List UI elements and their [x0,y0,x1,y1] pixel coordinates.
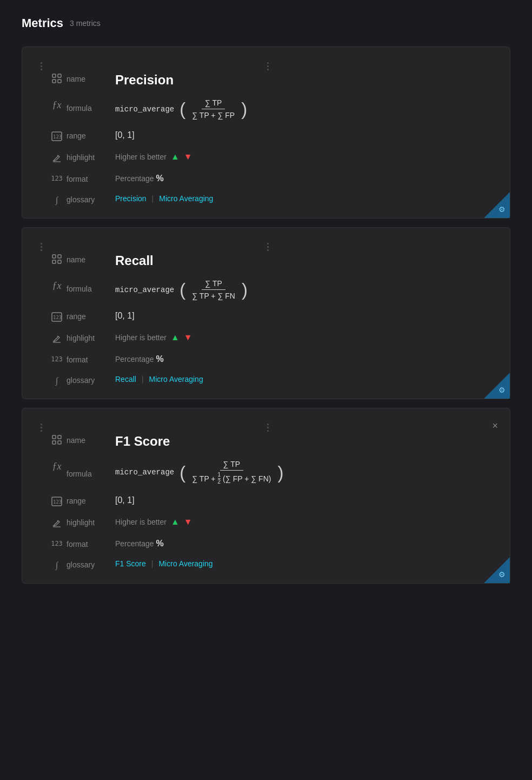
glossary-label-precision: glossary [66,194,115,204]
range-label-recall: range [66,311,115,321]
fraction-den-precision: ∑ TP + ∑ FP [189,109,238,120]
formula-value-f1score: micro_average ( ∑ TP ∑ TP + 1 2 ( [115,460,494,485]
drag-handle-precision[interactable] [38,60,494,72]
format-value-recall: Percentage % [115,354,494,364]
svg-text:123: 123 [53,499,62,505]
svg-rect-14 [52,435,56,439]
highlight-value-f1score: Higher is better ▲ ▼ [115,517,494,527]
formula-value-recall: micro_average ( ∑ TP ∑ TP + ∑ FN ) [115,279,494,300]
arrow-down-f1score: ▼ [184,517,192,527]
svg-rect-0 [52,74,56,77]
range-row-recall: 123 range [0, 1] [47,311,494,322]
format-icon-f1score: 123 [47,539,66,547]
fraction-num-f1score: ∑ TP [220,460,244,471]
gear-icon-precision: ⚙ [498,205,506,214]
svg-rect-10 [58,260,61,263]
range-value-recall: [0, 1] [115,311,494,321]
metric-card-f1score: × name F1 Score ƒx formula micro_average [22,408,510,584]
metrics-header: Metrics 3 metrics [22,11,510,36]
glossary-link-precision-2[interactable]: Micro Averaging [159,194,213,203]
glossary-label-f1score: glossary [66,559,115,569]
highlight-value-recall: Higher is better ▲ ▼ [115,333,494,342]
svg-rect-9 [52,260,56,263]
formula-prefix-precision: micro_average [115,105,174,114]
formula-value-precision: micro_average ( ∑ TP ∑ TP + ∑ FP ) [115,98,494,120]
range-label-precision: range [66,130,115,140]
highlight-row-precision: highlight Higher is better ▲ ▼ [47,152,494,163]
fraction-den-recall: ∑ TP + ∑ FN [189,290,238,300]
fraction-f1score: ( ∑ TP ∑ TP + 1 2 (∑ FP + ∑ FN) [179,460,283,485]
arrow-up-f1score: ▲ [171,517,179,527]
arrow-down-precision: ▼ [184,152,192,162]
fraction-recall: ( ∑ TP ∑ TP + ∑ FN ) [179,279,248,300]
highlight-row-recall: highlight Higher is better ▲ ▼ [47,333,494,343]
name-label-precision: name [66,72,115,83]
arrow-up-precision: ▲ [171,152,179,162]
name-label-f1score: name [66,434,115,445]
metric-name-precision: Precision [115,72,494,88]
range-row-f1score: 123 range [0, 1] [47,495,494,506]
format-row-precision: 123 format Percentage % [47,174,494,183]
grid-icon-f1score [47,434,66,445]
format-value-f1score: Percentage % [115,539,494,548]
range-row-precision: 123 range [0, 1] [47,130,494,141]
grid-icon-recall [47,253,66,264]
svg-text:123: 123 [53,134,62,140]
svg-text:123: 123 [53,315,62,320]
highlight-label-precision: highlight [66,152,115,162]
fraction-den-f1score: ∑ TP + 1 2 (∑ FP + ∑ FN) [189,471,274,485]
svg-rect-8 [58,255,61,258]
glossary-label-recall: glossary [66,375,115,385]
name-label-recall: name [66,253,115,264]
formula-label-recall: formula [66,279,115,293]
glossary-value-f1score: F1 Score | Micro Averaging [115,559,494,568]
highlight-row-f1score: highlight Higher is better ▲ ▼ [47,517,494,528]
metrics-count: 3 metrics [70,19,101,28]
range-value-f1score: [0, 1] [115,495,494,505]
formula-row-f1score: ƒx formula micro_average ( ∑ TP ∑ TP + 1 [47,460,494,485]
highlight-icon-recall [47,333,66,343]
range-icon-precision: 123 [47,130,66,141]
close-button-f1score[interactable]: × [492,420,498,432]
glossary-value-precision: Precision | Micro Averaging [115,194,494,203]
svg-rect-2 [52,80,56,83]
range-label-f1score: range [66,495,115,505]
gear-icon-f1score: ⚙ [498,570,506,579]
glossary-link-recall-2[interactable]: Micro Averaging [149,375,203,384]
glossary-link-precision-1[interactable]: Precision [115,194,147,203]
glossary-row-recall: ∫ glossary Recall | Micro Averaging [47,375,494,386]
format-value-precision: Percentage % [115,174,494,183]
drag-handle-recall[interactable] [38,241,494,253]
format-row-f1score: 123 format Percentage % [47,539,494,548]
glossary-link-f1score-1[interactable]: F1 Score [115,559,146,568]
format-row-recall: 123 format Percentage % [47,354,494,364]
highlight-label-recall: highlight [66,333,115,342]
format-icon-recall: 123 [47,354,66,363]
glossary-link-f1score-2[interactable]: Micro Averaging [158,559,212,568]
glossary-link-recall-1[interactable]: Recall [115,375,136,384]
formula-label-f1score: formula [66,460,115,478]
formula-label-precision: formula [66,98,115,113]
formula-row-recall: ƒx formula micro_average ( ∑ TP ∑ TP + ∑… [47,279,494,300]
format-label-precision: format [66,174,115,183]
svg-rect-16 [52,441,56,444]
fx-icon-recall: ƒx [47,279,66,292]
highlight-value-precision: Higher is better ▲ ▼ [115,152,494,162]
metric-card-precision: name Precision ƒx formula micro_average … [22,47,510,219]
format-label-recall: format [66,354,115,364]
highlight-icon-f1score [47,517,66,528]
fraction-num-recall: ∑ TP [202,279,225,290]
metrics-title: Metrics [22,16,63,30]
arrow-up-recall: ▲ [171,333,179,342]
glossary-row-f1score: ∫ glossary F1 Score | Micro Averaging [47,559,494,570]
name-row-recall: name Recall [47,253,494,268]
format-icon-precision: 123 [47,174,66,182]
svg-rect-15 [58,435,61,439]
range-value-precision: [0, 1] [115,130,494,140]
fx-icon-f1score: ƒx [47,460,66,472]
drag-handle-f1score[interactable] [38,421,494,434]
svg-rect-7 [52,255,56,258]
formula-row-precision: ƒx formula micro_average ( ∑ TP ∑ TP + ∑… [47,98,494,120]
format-label-f1score: format [66,539,115,548]
svg-rect-17 [58,441,61,444]
